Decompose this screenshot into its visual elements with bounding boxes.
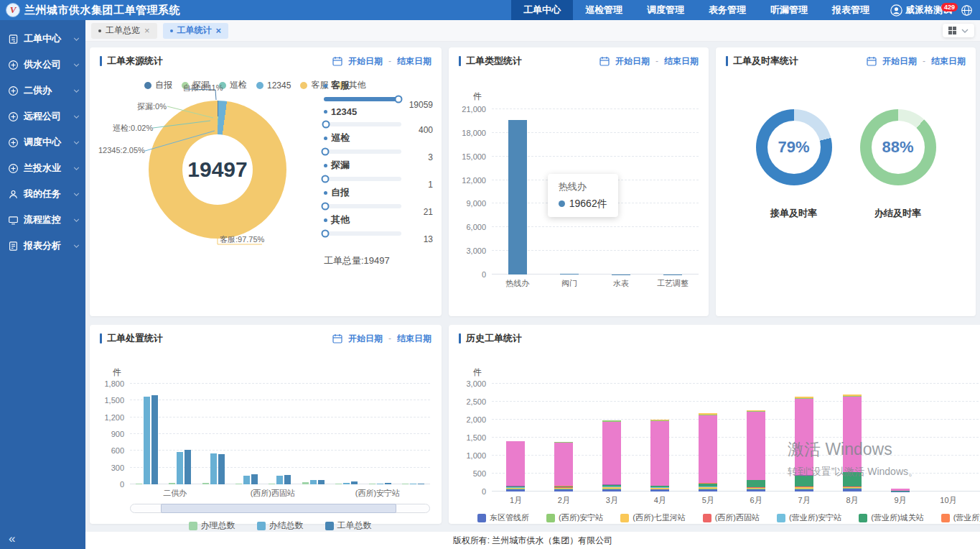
bar[interactable]: [377, 484, 383, 484]
bar[interactable]: [269, 484, 275, 484]
slider-track[interactable]: [324, 177, 401, 181]
data-zoom-slider[interactable]: [130, 504, 430, 513]
sidebar-item[interactable]: 远程公司: [0, 103, 85, 129]
bar[interactable]: [169, 483, 175, 484]
legend-item[interactable]: 办结总数: [257, 520, 304, 532]
end-date-link[interactable]: 结束日期: [397, 55, 431, 68]
bar[interactable]: [310, 480, 317, 484]
legend-item[interactable]: (西所)安宁站: [546, 512, 603, 523]
bar[interactable]: [210, 453, 217, 484]
sidebar-item[interactable]: 兰投水业: [0, 155, 85, 181]
legend-item[interactable]: (营业所)安宁站: [777, 512, 841, 523]
legend-item[interactable]: (西所)七里河站: [620, 512, 685, 523]
legend-item[interactable]: (营业所)七里河站: [941, 512, 980, 523]
tab-close-icon[interactable]: ×: [144, 26, 150, 35]
sidebar-item[interactable]: 二供办: [0, 78, 85, 103]
bar[interactable]: [218, 454, 225, 484]
bar[interactable]: [343, 483, 350, 484]
sidebar-item[interactable]: 我的任务: [0, 181, 85, 207]
slider-track[interactable]: [324, 97, 401, 101]
bar[interactable]: [151, 395, 158, 484]
bar[interactable]: [302, 482, 309, 484]
sidebar-collapse-button[interactable]: «: [9, 532, 15, 546]
stacked-bar[interactable]: [843, 384, 862, 492]
end-date-link[interactable]: 结束日期: [397, 333, 431, 345]
start-date-link[interactable]: 开始日期: [882, 55, 917, 68]
end-date-link[interactable]: 结束日期: [664, 55, 699, 68]
user-menu[interactable]: 威派格测试 429: [882, 4, 956, 17]
stacked-bar[interactable]: [650, 384, 669, 492]
legend-item[interactable]: (营业所)城关站: [859, 512, 923, 523]
slider-handle-icon[interactable]: [322, 175, 330, 183]
top-nav-item[interactable]: 巡检管理: [573, 0, 635, 20]
bar[interactable]: [185, 450, 191, 484]
slider-handle-icon[interactable]: [322, 121, 330, 129]
bar[interactable]: [276, 476, 283, 484]
bar[interactable]: [144, 397, 150, 484]
bar[interactable]: [335, 484, 342, 484]
slider-track[interactable]: [324, 122, 401, 126]
bar[interactable]: [136, 484, 142, 484]
stacked-bar[interactable]: [939, 384, 958, 492]
start-date-link[interactable]: 开始日期: [348, 333, 383, 345]
slider-handle-icon[interactable]: [322, 203, 330, 211]
bar[interactable]: [560, 274, 579, 274]
sidebar-item[interactable]: 工单中心: [0, 26, 85, 52]
bar[interactable]: [284, 475, 291, 484]
stacked-bar[interactable]: [699, 384, 717, 492]
bar[interactable]: [410, 484, 416, 484]
top-nav-item[interactable]: 表务管理: [696, 0, 758, 20]
tab[interactable]: 工单总览×: [91, 23, 157, 39]
legend-item[interactable]: 办理总数: [189, 520, 235, 532]
calendar-icon[interactable]: [867, 56, 877, 66]
calendar-icon[interactable]: [599, 56, 610, 66]
stacked-bar[interactable]: [747, 384, 765, 492]
bar[interactable]: [385, 483, 391, 484]
bar[interactable]: [202, 483, 209, 484]
stacked-bar[interactable]: [602, 384, 621, 492]
end-date-link[interactable]: 结束日期: [931, 55, 966, 68]
top-nav-item[interactable]: 工单中心: [511, 0, 573, 20]
slider-track[interactable]: [324, 204, 401, 208]
tab-options-button[interactable]: [943, 24, 974, 37]
bar[interactable]: [508, 120, 527, 274]
stacked-bar[interactable]: [506, 384, 525, 492]
bar[interactable]: [318, 480, 325, 484]
bar[interactable]: [418, 484, 424, 484]
legend-item[interactable]: 工单总数: [325, 520, 372, 532]
bar[interactable]: [369, 484, 375, 484]
bar[interactable]: [177, 452, 183, 484]
slider-handle-icon[interactable]: [322, 148, 330, 156]
bar[interactable]: [351, 481, 358, 484]
legend-item[interactable]: (西所)西固站: [703, 512, 760, 523]
stacked-bar[interactable]: [554, 384, 573, 492]
calendar-icon[interactable]: [332, 56, 342, 66]
bar[interactable]: [235, 484, 242, 484]
calendar-icon[interactable]: [332, 333, 342, 343]
start-date-link[interactable]: 开始日期: [615, 55, 650, 68]
stacked-bar[interactable]: [795, 384, 813, 492]
top-nav-item[interactable]: 报表管理: [820, 0, 882, 20]
data-zoom-window[interactable]: [161, 504, 397, 513]
slider-handle-icon[interactable]: [322, 230, 330, 238]
slider-track[interactable]: [324, 149, 401, 154]
source-donut-chart[interactable]: 19497: [149, 101, 286, 239]
bar[interactable]: [251, 474, 258, 484]
legend-item[interactable]: 自报: [144, 79, 172, 91]
sidebar-item[interactable]: 流程监控: [0, 207, 85, 233]
tab-close-icon[interactable]: ×: [216, 26, 222, 35]
slider-handle-icon[interactable]: [394, 96, 402, 103]
bar[interactable]: [243, 476, 250, 484]
top-nav-item[interactable]: 听漏管理: [758, 0, 820, 20]
legend-item[interactable]: 巡检: [219, 79, 247, 91]
stacked-bar[interactable]: [891, 384, 910, 492]
legend-item[interactable]: 东区管线所: [477, 512, 529, 523]
bar[interactable]: [402, 484, 409, 484]
start-date-link[interactable]: 开始日期: [348, 55, 383, 68]
globe-icon[interactable]: [956, 4, 980, 17]
sidebar-item[interactable]: 调度中心: [0, 129, 85, 155]
tab[interactable]: 工单统计×: [163, 23, 229, 39]
legend-item[interactable]: 12345: [256, 79, 291, 91]
top-nav-item[interactable]: 调度管理: [635, 0, 696, 20]
sidebar-item[interactable]: 供水公司: [0, 52, 85, 78]
